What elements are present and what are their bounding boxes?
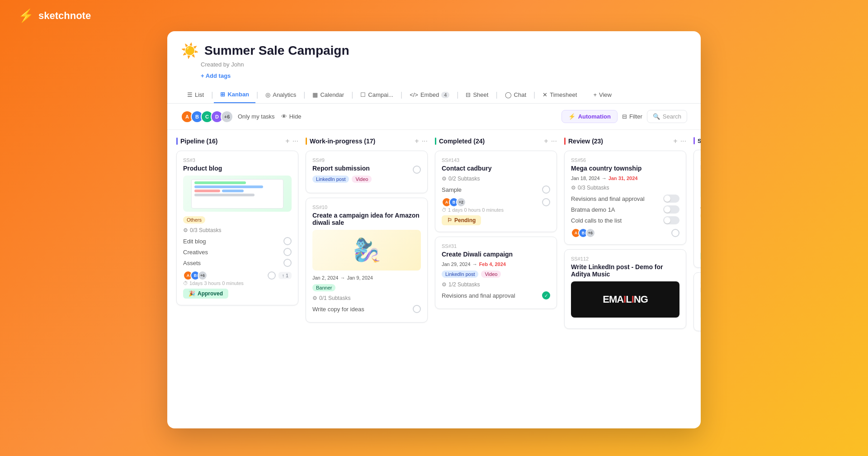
tag-others: Others: [700, 212, 701, 219]
completed-title: Completed (24): [439, 138, 541, 145]
card-ss3[interactable]: SS#3 Product blog Others: [176, 151, 298, 305]
tab-view[interactable]: + View: [587, 87, 618, 103]
card-ss188-footer: A +6: [700, 233, 701, 243]
subtasks-text: 0/2 Subtasks: [448, 176, 480, 182]
date-arrow: →: [602, 176, 607, 181]
wip-indicator: [306, 138, 307, 145]
task-bratma-toggle[interactable]: [663, 205, 679, 214]
review-add-icon[interactable]: +: [673, 137, 677, 145]
list-icon: ☰: [187, 91, 193, 98]
tab-embed[interactable]: </> Embed 4: [403, 87, 456, 103]
card-ss56-checkbox[interactable]: [671, 229, 679, 237]
card-ss195-thumbnail: [700, 297, 701, 320]
tab-timesheet[interactable]: ✕ Timesheet: [536, 87, 583, 103]
subtasks-icon: ⚙: [312, 295, 317, 301]
card-ss188[interactable]: SS#188 Product blog Jun 7, 2024 → Others: [693, 150, 701, 268]
card-ss9-checkbox[interactable]: [413, 166, 421, 174]
pipeline-add-icon[interactable]: +: [285, 137, 289, 145]
completed-actions: + ···: [544, 137, 557, 145]
search-placeholder: Search: [663, 113, 681, 120]
card-ss3-time: ⏱ 1days 3 hours 0 minutes: [183, 280, 292, 286]
task-cold-calls-toggle[interactable]: [663, 216, 679, 224]
column-review: Review (23) + ··· SS#56 Mega country tow…: [564, 137, 686, 333]
card-ss195[interactable]: SS#195 Product blog: [693, 272, 701, 331]
only-my-tasks-toggle[interactable]: Only my tasks: [238, 113, 275, 120]
tag-banner: Banner: [312, 284, 335, 291]
task-revisions-toggle[interactable]: [663, 195, 679, 203]
card-ss56-subtasks: ⚙ 0/3 Subtasks: [571, 185, 679, 191]
task-assets-checkbox[interactable]: [283, 259, 292, 267]
card-ss188-status: 🎉 Approved: [700, 251, 701, 261]
completed-add-icon[interactable]: +: [544, 137, 548, 145]
card-ss3-id: SS#3: [183, 157, 292, 163]
card-ss56[interactable]: SS#56 Mega country township Jan 18, 2024…: [564, 151, 686, 245]
pending-icon: ⚐: [447, 217, 452, 223]
tab-sheet[interactable]: ⊟ Sheet: [459, 87, 495, 103]
card-ss112[interactable]: SS#112 Write LinkedIn post - Demo for Ad…: [564, 249, 686, 329]
time-text: 1days 3 hours 0 minutes: [189, 280, 244, 286]
card-ss112-id: SS#112: [571, 256, 679, 261]
search-bar[interactable]: 🔍 Search: [647, 110, 687, 123]
task-edit-blog: Edit blog: [183, 237, 292, 245]
sheet-icon: ⊟: [466, 91, 471, 98]
pipeline-more-icon[interactable]: ···: [292, 137, 298, 145]
card-ss143-checkbox[interactable]: [542, 198, 550, 206]
card-ss195-id: SS#195: [700, 279, 701, 285]
card-ss56-avatars: A B +6: [571, 228, 595, 238]
tab-analytics[interactable]: ◎ Analytics: [259, 87, 302, 103]
task-sample-checkbox[interactable]: [542, 185, 550, 194]
add-tags-button[interactable]: + Add tags: [201, 72, 687, 79]
tab-calendar[interactable]: ▦ Calendar: [306, 87, 350, 103]
card-ss188-avatars: A +6: [700, 233, 701, 243]
card-ss9[interactable]: SS#9 Report submission LinkedIn post Vid…: [306, 151, 428, 193]
tag-linkedin: LinkedIn post: [312, 176, 349, 183]
task-write-copy-name: Write copy for ideas: [312, 306, 364, 313]
wip-add-icon[interactable]: +: [415, 137, 419, 145]
column-review-header: Review (23) + ···: [564, 137, 686, 145]
app-name: sketchnote: [38, 10, 91, 22]
card-ss3-circle[interactable]: [268, 271, 276, 280]
pending-text: Pending: [454, 217, 476, 223]
task-write-copy-checkbox[interactable]: [413, 305, 421, 313]
review-actions: + ···: [673, 137, 686, 145]
upload-icon: ↑: [282, 273, 284, 278]
card-ss3-tags: Others: [183, 216, 292, 223]
task-creatives: Creatives: [183, 248, 292, 256]
review-more-icon[interactable]: ···: [680, 137, 686, 145]
toolbar: A B C D +6 Only my tasks 👁 Hide ⚡ Automa…: [167, 104, 701, 130]
tab-kanban[interactable]: ⊞ Kanban: [214, 86, 255, 103]
wip-more-icon[interactable]: ···: [422, 137, 428, 145]
task-revisions-checkbox[interactable]: ✓: [542, 291, 550, 299]
hide-button[interactable]: 👁 Hide: [281, 113, 302, 120]
tab-sheet-label: Sheet: [473, 91, 488, 98]
card-ss31[interactable]: SS#31 Create Diwali campaign Jan 29, 202…: [435, 237, 557, 309]
column-pipeline: Pipeline (16) + ··· SS#3 Product blog: [176, 137, 298, 310]
tab-list[interactable]: ☰ List: [181, 87, 210, 103]
project-title-row: ☀️ Summer Sale Campaign: [181, 42, 687, 59]
task-edit-blog-checkbox[interactable]: [283, 237, 292, 245]
subtasks-count: 1/2 Subtasks: [448, 281, 480, 288]
search-icon: 🔍: [653, 113, 660, 120]
campai-icon: ☐: [360, 91, 366, 98]
card-ss188-subtasks: ⚙ 0/3 Subtas: [700, 223, 701, 229]
tab-chat[interactable]: ◯ Chat: [499, 87, 533, 103]
task-revisions-final-name: Revisions and final approval: [571, 195, 645, 202]
tab-embed-label: Embed: [420, 91, 439, 98]
card-ss143-subtasks: ⚙ 0/2 Subtasks: [442, 176, 550, 182]
card-ss10[interactable]: SS#10 Create a campaign idea for Amazon …: [306, 198, 428, 323]
card-ss56-footer: A B +6: [571, 228, 679, 238]
pipeline-title: Pipeline (16): [180, 138, 283, 145]
filter-button[interactable]: ⊟ Filter: [622, 113, 642, 120]
emailing-text: EMAILING: [603, 294, 648, 305]
card-ss143-status: ⚐ Pending: [442, 215, 481, 225]
completed-more-icon[interactable]: ···: [551, 137, 557, 145]
tab-campai[interactable]: ☐ Campai...: [354, 87, 400, 103]
task-creatives-checkbox[interactable]: [283, 248, 292, 256]
created-by: Created by John: [201, 61, 687, 68]
avatars-group[interactable]: A B C D +6: [181, 110, 233, 123]
card-ss143-title: Contact cadbury: [442, 165, 550, 172]
card-ss143[interactable]: SS#143 Contact cadbury ⚙ 0/2 Subtasks Sa…: [435, 151, 557, 232]
automation-button[interactable]: ⚡ Automation: [561, 110, 618, 123]
card-ss143-time: ⏱ 1 days 0 hours 0 minutes: [442, 207, 550, 213]
date-arrow: →: [472, 261, 477, 267]
